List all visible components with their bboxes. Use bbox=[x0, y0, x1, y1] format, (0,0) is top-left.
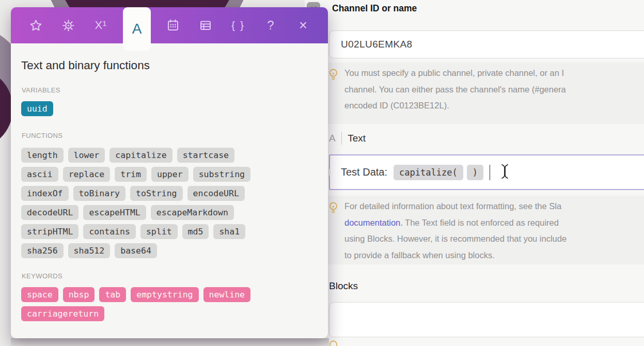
chip-ascii[interactable]: ascii bbox=[21, 167, 58, 182]
tab-array-functions[interactable] bbox=[195, 13, 216, 38]
lightbulb-icon bbox=[328, 68, 338, 83]
tab-date-functions[interactable] bbox=[163, 13, 183, 38]
text-field-label-row: A Text bbox=[329, 132, 366, 145]
slack-module-config-panel: Channel ID or name U02LU6EMKA8 You must … bbox=[305, 0, 644, 346]
question-icon: ? bbox=[267, 18, 274, 33]
popup-tab-bar: X¹ A bbox=[11, 7, 328, 43]
hint-line: to provide a fallback when using blocks. bbox=[344, 247, 567, 264]
lightbulb-icon bbox=[328, 201, 338, 216]
chip-sha1[interactable]: sha1 bbox=[213, 224, 245, 239]
chip-decodeURL[interactable]: decodeURL bbox=[21, 205, 78, 220]
text-field-label: Text bbox=[348, 133, 366, 144]
blocks-label: Blocks bbox=[329, 280, 358, 292]
text-hint-callout: For detailed information about text form… bbox=[305, 196, 644, 264]
close-popup-button[interactable]: × bbox=[293, 13, 313, 38]
calendar-icon bbox=[166, 19, 180, 32]
text-type-icon: A bbox=[329, 133, 336, 144]
text-field-value: Test Data: bbox=[341, 166, 387, 178]
chip-space[interactable]: space bbox=[21, 287, 58, 302]
chip-stripHTML[interactable]: stripHTML bbox=[21, 224, 78, 239]
text-field-editor[interactable]: Test Data: capitalize( ) bbox=[329, 154, 644, 190]
hint-line-rest: The Text field is not enforced as requir… bbox=[403, 218, 559, 227]
variables-chip-list: uuid bbox=[21, 101, 53, 116]
hint-line: For detailed information about text form… bbox=[344, 198, 567, 215]
chip-startcase[interactable]: startcase bbox=[177, 148, 234, 163]
chip-upper[interactable]: upper bbox=[151, 167, 189, 182]
chip-trim[interactable]: trim bbox=[115, 167, 147, 182]
table-icon bbox=[199, 19, 212, 32]
chip-toBinary[interactable]: toBinary bbox=[73, 186, 125, 201]
tab-json[interactable]: { } bbox=[228, 13, 248, 38]
formula-functions-popup: X¹ A bbox=[11, 7, 328, 338]
channel-id-input[interactable]: U02LU6EMKA8 bbox=[329, 30, 644, 58]
text-caret bbox=[490, 165, 491, 180]
popup-bottom-shadow bbox=[11, 338, 329, 346]
ibeam-cursor-icon bbox=[500, 164, 509, 181]
chip-lower[interactable]: lower bbox=[68, 148, 105, 163]
hint-line: documentation. The Text field is not enf… bbox=[344, 215, 567, 231]
tab-math-functions[interactable]: X¹ bbox=[90, 13, 111, 38]
chip-length[interactable]: length bbox=[21, 148, 64, 163]
chip-carriagereturn[interactable]: carriagereturn bbox=[21, 306, 104, 321]
capitalize-function-chip[interactable]: capitalize( bbox=[394, 165, 463, 180]
close-icon: × bbox=[299, 18, 307, 34]
chip-newline[interactable]: newline bbox=[203, 287, 251, 302]
channel-id-label: Channel ID or name bbox=[332, 3, 417, 14]
chip-indexOf[interactable]: indexOf bbox=[21, 186, 69, 201]
chip-base64[interactable]: base64 bbox=[115, 243, 157, 258]
channel-hint-callout: You must specify a public channel, priva… bbox=[305, 62, 644, 124]
keywords-section-label: KEYWORDS bbox=[22, 272, 62, 280]
functions-section-label: FUNCTIONS bbox=[22, 132, 62, 139]
tab-favorites[interactable] bbox=[25, 13, 46, 38]
chip-escapeHTML[interactable]: escapeHTML bbox=[83, 205, 146, 220]
popup-title: Text and binary functions bbox=[21, 59, 150, 72]
chip-contains[interactable]: contains bbox=[83, 224, 135, 239]
braces-icon: { } bbox=[231, 19, 245, 32]
lightbulb-icon bbox=[328, 340, 338, 346]
chip-uuid[interactable]: uuid bbox=[21, 101, 53, 116]
superscript-x-icon: X¹ bbox=[95, 19, 107, 32]
hint-line: using Blocks. However, it is recommended… bbox=[344, 231, 567, 247]
chip-sha512[interactable]: sha512 bbox=[68, 243, 111, 258]
chip-capitalize[interactable]: capitalize bbox=[109, 148, 172, 163]
letter-a-icon: A bbox=[132, 21, 142, 37]
close-paren-chip[interactable]: ) bbox=[467, 165, 483, 180]
chip-escapeMarkdown[interactable]: escapeMarkdown bbox=[151, 205, 234, 220]
chip-nbsp[interactable]: nbsp bbox=[63, 287, 95, 302]
hint-line: You must specify a public channel, priva… bbox=[344, 65, 566, 82]
label-divider bbox=[341, 132, 342, 145]
variables-section-label: VARIABLES bbox=[22, 86, 60, 94]
hint-line: channel. You can either pass the channel… bbox=[344, 82, 566, 98]
chip-replace[interactable]: replace bbox=[63, 167, 111, 182]
chip-tab[interactable]: tab bbox=[99, 287, 126, 302]
chip-md5[interactable]: md5 bbox=[182, 224, 209, 239]
chip-toString[interactable]: toString bbox=[130, 186, 182, 201]
chip-split[interactable]: split bbox=[140, 224, 178, 239]
chip-sha256[interactable]: sha256 bbox=[21, 243, 64, 258]
chip-substring[interactable]: substring bbox=[193, 167, 250, 182]
functions-chip-list: lengthlowercapitalizestartcaseasciirepla… bbox=[21, 148, 250, 258]
chip-encodeURL[interactable]: encodeURL bbox=[187, 186, 245, 201]
hint-line: encoded ID (C0123BE12L). bbox=[344, 98, 566, 114]
documentation-link[interactable]: documentation. bbox=[344, 218, 403, 227]
tab-general-functions[interactable] bbox=[58, 13, 78, 38]
star-icon bbox=[29, 19, 43, 33]
keywords-chip-list: spacenbsptabemptystringnewlinecarriagere… bbox=[21, 287, 250, 321]
tab-text-functions-active[interactable]: A bbox=[123, 7, 151, 51]
help-button[interactable]: ? bbox=[260, 13, 281, 38]
channel-id-value: U02LU6EMKA8 bbox=[341, 39, 413, 50]
blocks-input[interactable] bbox=[329, 302, 644, 337]
chip-emptystring[interactable]: emptystring bbox=[131, 287, 198, 302]
gear-icon bbox=[61, 19, 75, 33]
